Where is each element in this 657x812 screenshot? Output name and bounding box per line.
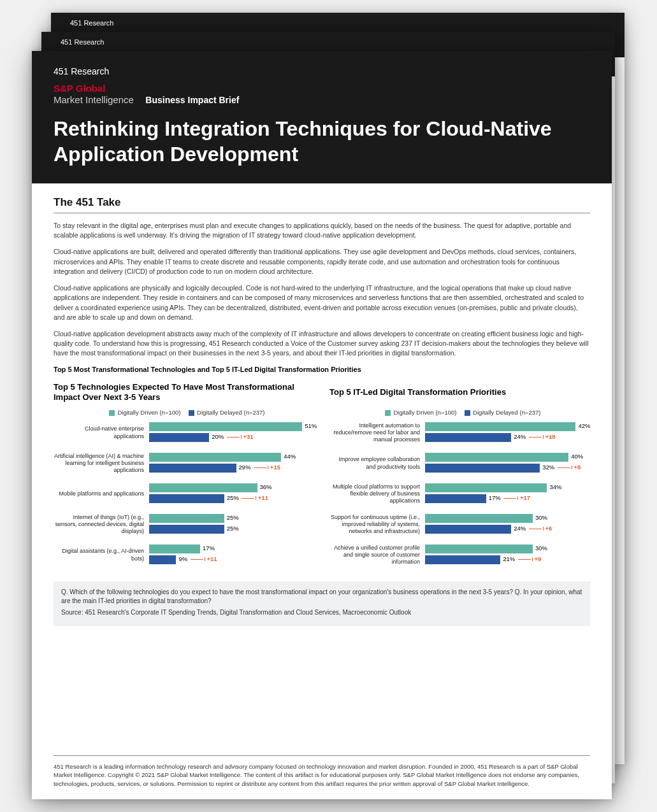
chart-left-legend: Digitally Driven (n=100) Digitally Delay… xyxy=(54,409,314,416)
bar-category-label: Support for continuous uptime (i.e., imp… xyxy=(329,514,425,536)
bar-area: 42%24% +18 xyxy=(425,422,590,444)
bar-area: 17%9% +11 xyxy=(149,545,314,566)
brand-spg: S&P Global xyxy=(54,83,105,94)
bar-delayed: 32% +8 xyxy=(425,464,540,473)
bar-group: Multiple cloud platforms to support flex… xyxy=(329,483,590,505)
legend-delayed-label: Digitally Delayed (n=237) xyxy=(197,409,264,416)
bar-delayed-value: 24% +18 xyxy=(511,433,555,440)
bar-group: Artificial intelligence (AI) & machine l… xyxy=(54,453,314,474)
document-page: 451 Research S&P Global Market Intellige… xyxy=(32,51,612,799)
chart-right-title: Top 5 IT-Led Digital Transformation Prio… xyxy=(329,382,590,404)
bar-delayed: 9% +11 xyxy=(149,555,176,564)
document-header: 451 Research S&P Global Market Intellige… xyxy=(32,51,612,183)
bar-area: 30%24% +6 xyxy=(425,514,590,536)
bar-group: Internet of things (IoT) (e.g., sensors,… xyxy=(54,514,314,536)
bar-delayed: 21% +9 xyxy=(425,555,500,564)
bar-driven-value: 44% xyxy=(281,453,296,460)
bar-area: 51%20% +31 xyxy=(149,422,314,444)
bar-category-label: Internet of things (IoT) (e.g., sensors,… xyxy=(54,514,149,536)
bar-area: 25%25% xyxy=(149,514,314,536)
bar-category-label: Digital assistants (e.g., AI-driven bots… xyxy=(54,548,149,562)
paragraph-3: Cloud-native applications are physically… xyxy=(54,283,590,322)
bar-area: 44%29% +15 xyxy=(149,453,314,474)
bar-area: 40%32% +8 xyxy=(425,453,590,474)
document-title: Rethinking Integration Techniques for Cl… xyxy=(54,116,590,167)
legend-swatch-delayed-r xyxy=(465,410,470,416)
bar-category-label: Mobile platforms and applications xyxy=(54,490,149,497)
bar-group: Mobile platforms and applications36%25% … xyxy=(54,483,314,505)
bar-group: Cloud-native enterprise applications51%2… xyxy=(54,422,314,444)
bar-driven-value: 42% xyxy=(575,422,590,429)
bar-driven: 44% xyxy=(149,453,281,462)
bar-category-label: Improve employee collaboration and produ… xyxy=(329,456,425,471)
bar-delayed: 29% +15 xyxy=(149,464,236,473)
paragraph-4: Cloud-native application development abs… xyxy=(54,329,590,359)
bar-delayed: 17% +17 xyxy=(425,494,486,503)
legend-swatch-delayed xyxy=(189,410,194,416)
source-text: Source: 451 Research's Corporate IT Spen… xyxy=(61,608,582,617)
bar-delayed-value: 29% +15 xyxy=(236,464,280,471)
bar-delayed: 24% +18 xyxy=(425,433,511,442)
legend-driven-label: Digitally Driven (n=100) xyxy=(117,409,180,416)
question-text: Q. Which of the following technologies d… xyxy=(61,588,582,606)
bar-delayed: 24% +6 xyxy=(425,525,511,534)
bar-driven: 40% xyxy=(425,453,568,462)
bar-driven: 36% xyxy=(149,483,257,492)
charts-section-label: Top 5 Most Transformational Technologies… xyxy=(54,366,590,373)
bar-category-label: Multiple cloud platforms to support flex… xyxy=(329,483,425,505)
bar-driven-value: 30% xyxy=(533,514,547,521)
bar-driven: 30% xyxy=(425,514,533,523)
charts-row: Top 5 Technologies Expected To Have Most… xyxy=(54,382,590,575)
bar-area: 30%21% +9 xyxy=(425,545,590,566)
bar-delayed-value: 17% +17 xyxy=(486,494,530,501)
bar-delayed: 25% xyxy=(149,525,224,534)
bar-driven-value: 51% xyxy=(302,422,317,429)
bar-driven: 42% xyxy=(425,422,575,431)
bar-delayed-value: 24% +6 xyxy=(511,525,552,532)
bar-delayed-value: 21% +9 xyxy=(500,555,541,562)
bar-delayed-value: 25% +11 xyxy=(224,494,268,501)
bar-driven: 25% xyxy=(149,514,224,523)
bar-category-label: Cloud-native enterprise applications xyxy=(54,425,149,440)
paragraph-1: To stay relevant in the digital age, ent… xyxy=(54,221,590,240)
bar-group: Support for continuous uptime (i.e., imp… xyxy=(329,514,590,536)
legend-delayed-label-r: Digitally Delayed (n=237) xyxy=(473,409,540,416)
legend-swatch-driven-r xyxy=(385,410,391,416)
legend-swatch-driven xyxy=(109,410,115,416)
bar-category-label: Achieve a unified customer profile and s… xyxy=(329,545,425,566)
bar-delayed-value: 32% +8 xyxy=(540,464,581,471)
brand-451-stack: 451 Research xyxy=(70,19,605,27)
bar-delayed: 20% +31 xyxy=(149,433,209,442)
chart-left: Top 5 Technologies Expected To Have Most… xyxy=(54,382,314,575)
bar-area: 34%17% +17 xyxy=(425,483,590,505)
document-footer: 451 Research is a leading information te… xyxy=(54,755,590,799)
bar-driven-value: 30% xyxy=(533,545,547,552)
take-heading: The 451 Take xyxy=(54,196,590,213)
bar-delayed-value: 9% +11 xyxy=(176,555,217,562)
bar-group: Improve employee collaboration and produ… xyxy=(329,453,590,474)
bar-driven: 34% xyxy=(425,483,547,492)
bar-driven-value: 17% xyxy=(200,545,215,552)
bar-driven: 17% xyxy=(149,545,200,553)
question-box: Q. Which of the following technologies d… xyxy=(54,581,590,626)
bar-driven-value: 40% xyxy=(568,453,583,460)
brief-label: Business Impact Brief xyxy=(145,95,239,105)
bar-delayed-value: 25% xyxy=(224,525,239,532)
brand-451: 451 Research xyxy=(54,66,590,76)
paragraph-2: Cloud-native applications are built, del… xyxy=(54,247,590,276)
bar-driven-value: 36% xyxy=(257,483,272,490)
chart-right: Top 5 IT-Led Digital Transformation Prio… xyxy=(329,382,590,575)
chart-left-bars: Cloud-native enterprise applications51%2… xyxy=(54,422,314,566)
bar-group: Achieve a unified customer profile and s… xyxy=(329,545,590,566)
bar-category-label: Artificial intelligence (AI) & machine l… xyxy=(54,453,149,474)
legend-driven-label-r: Digitally Driven (n=100) xyxy=(393,409,456,416)
bar-delayed: 25% +11 xyxy=(149,494,224,503)
bar-group: Digital assistants (e.g., AI-driven bots… xyxy=(54,545,314,566)
bar-group: Intelligent automation to reduce/remove … xyxy=(329,422,590,444)
bar-delayed-value: 20% +31 xyxy=(209,433,253,440)
brand-451-stack2: 451 Research xyxy=(61,38,596,46)
chart-left-title: Top 5 Technologies Expected To Have Most… xyxy=(54,382,314,404)
chart-right-bars: Intelligent automation to reduce/remove … xyxy=(329,422,590,566)
bar-area: 36%25% +11 xyxy=(149,483,314,505)
bar-driven: 51% xyxy=(149,422,302,431)
